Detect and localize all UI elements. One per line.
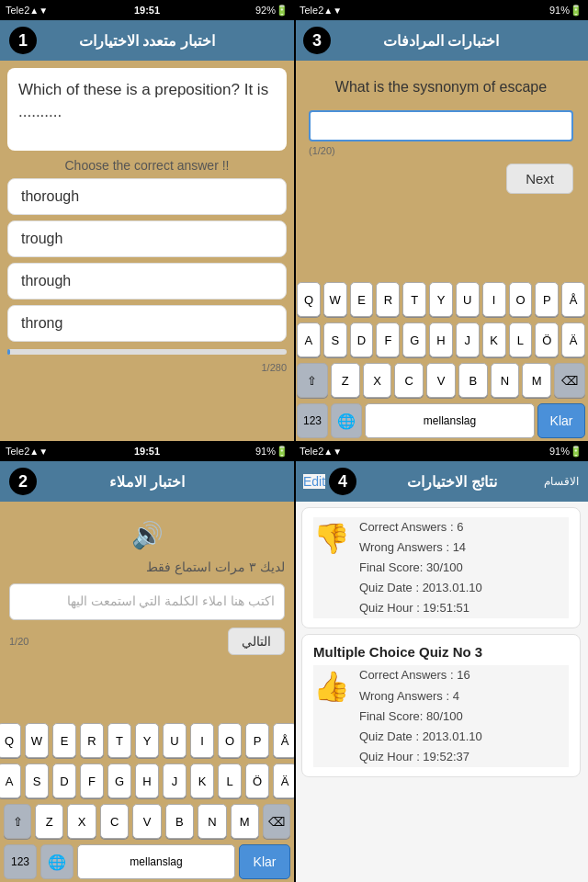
key-q2-A[interactable]: A (0, 763, 21, 798)
key-Z[interactable]: Z (331, 363, 360, 398)
key-K[interactable]: K (482, 322, 506, 357)
title-q4: نتائج الاختيارات (360, 473, 544, 491)
key-q2-J[interactable]: J (163, 763, 187, 798)
key-V[interactable]: V (426, 363, 456, 398)
key-W[interactable]: W (323, 282, 347, 317)
shift-key[interactable]: ⇧ (297, 363, 328, 398)
klar-key-q2[interactable]: Klar (239, 844, 290, 879)
num-key[interactable]: 123 (297, 403, 328, 438)
key-D[interactable]: D (350, 322, 374, 357)
key-q2-F[interactable]: F (80, 763, 104, 798)
key-S[interactable]: S (323, 322, 347, 357)
key-q2-H[interactable]: H (135, 763, 159, 798)
key-q2-Z[interactable]: Z (35, 804, 63, 839)
key-L[interactable]: L (509, 322, 533, 357)
key-q2-U[interactable]: U (163, 723, 187, 758)
quiz-date-1: Quiz Date : 2013.01.10 (359, 578, 569, 598)
globe-key-q2[interactable]: 🌐 (40, 844, 74, 879)
edit-button-q4[interactable]: Edit (303, 474, 325, 489)
key-OE[interactable]: Ö (535, 322, 559, 357)
wrong-answers-2: Wrong Answers : 4 (359, 686, 569, 707)
key-O[interactable]: O (509, 282, 533, 317)
key-q2-OE[interactable]: Ö (245, 763, 269, 798)
num-key-q2[interactable]: 123 (4, 844, 37, 879)
shift-key-q2[interactable]: ⇧ (4, 804, 31, 839)
answer-item-2[interactable]: trough (7, 220, 287, 257)
title-q3: اختبارات المرادفات (331, 32, 551, 50)
answer-item-1[interactable]: thorough (7, 178, 287, 215)
next-button-q3[interactable]: Next (506, 164, 573, 194)
input-box-q2[interactable]: اكتب هنا املاء الكلمة التي استمعت اليها (9, 583, 285, 620)
key-G[interactable]: G (402, 322, 426, 357)
correct-answers-1: Correct Answers : 6 (359, 517, 569, 537)
space-key-q2[interactable]: mellanslag (77, 844, 235, 879)
key-A[interactable]: A (297, 322, 321, 357)
key-E[interactable]: E (350, 282, 374, 317)
status-bar-q3: Tele2 ▲▼ 19:51 91% 🔋 (294, 0, 588, 20)
key-J[interactable]: J (456, 322, 480, 357)
key-q2-I[interactable]: I (190, 723, 214, 758)
backspace-key-q2[interactable]: ⌫ (263, 804, 290, 839)
key-AA[interactable]: Å (561, 282, 585, 317)
carrier-q3: Tele2 (300, 5, 323, 16)
key-q2-Y[interactable]: Y (135, 723, 159, 758)
quadrant-3: Tele2 ▲▼ 19:51 91% 🔋 3 اختبارات المرادفا… (294, 0, 588, 441)
key-q2-G[interactable]: G (107, 763, 131, 798)
key-I[interactable]: I (482, 282, 506, 317)
quadrant-1: Tele2 ▲▼ 19:51 92% 🔋 1 اختبار متعدد الاخ… (0, 0, 294, 441)
key-M[interactable]: M (522, 363, 551, 398)
title-bar-q1: 1 اختبار متعدد الاختيارات (0, 20, 294, 61)
key-q2-M[interactable]: M (231, 804, 259, 839)
key-q2-L[interactable]: L (218, 763, 242, 798)
thumbs-up-icon: 👍 (313, 669, 350, 704)
key-q2-AE[interactable]: Ä (273, 763, 294, 798)
quiz-hour-2: Quiz Hour : 19:52:37 (359, 747, 569, 767)
key-q2-X[interactable]: X (67, 804, 96, 839)
battery-q2: 91% (255, 446, 276, 457)
klar-key[interactable]: Klar (537, 403, 585, 438)
key-q2-T[interactable]: T (107, 723, 131, 758)
key-q2-S[interactable]: S (25, 763, 49, 798)
title-q1: اختبار متعدد الاختيارات (37, 32, 257, 50)
answer-input-q3[interactable] (309, 110, 573, 141)
key-Y[interactable]: Y (429, 282, 453, 317)
key-R[interactable]: R (376, 282, 400, 317)
key-U[interactable]: U (456, 282, 480, 317)
key-F[interactable]: F (376, 322, 400, 357)
key-q2-AA[interactable]: Å (273, 723, 294, 758)
space-key[interactable]: mellanslag (365, 403, 535, 438)
key-q2-B[interactable]: B (165, 804, 194, 839)
key-q2-K[interactable]: K (190, 763, 214, 798)
key-q2-V[interactable]: V (132, 804, 161, 839)
key-q2-W[interactable]: W (25, 723, 49, 758)
next-button-q2[interactable]: التالي (228, 628, 285, 655)
progress-row-q2: 1/20 التالي (9, 628, 285, 655)
key-T[interactable]: T (402, 282, 426, 317)
key-q2-C[interactable]: C (100, 804, 129, 839)
key-P[interactable]: P (535, 282, 559, 317)
divisions-btn-q4[interactable]: الاقسام (544, 475, 579, 488)
key-q2-R[interactable]: R (80, 723, 104, 758)
key-Q[interactable]: Q (297, 282, 321, 317)
key-B[interactable]: B (458, 363, 488, 398)
key-q2-E[interactable]: E (52, 723, 76, 758)
speaker-icon[interactable]: 🔊 (131, 520, 164, 550)
key-q2-N[interactable]: N (198, 804, 226, 839)
answer-item-3[interactable]: through (7, 263, 287, 300)
key-X[interactable]: X (363, 363, 392, 398)
key-C[interactable]: C (394, 363, 424, 398)
globe-key[interactable]: 🌐 (331, 403, 362, 438)
key-q2-Q[interactable]: Q (0, 723, 21, 758)
key-AE[interactable]: Ä (561, 322, 585, 357)
question-text-q1: Which of these is a preposition? It is .… (18, 81, 268, 120)
speaker-area-q2[interactable]: 🔊 (0, 502, 294, 560)
key-q2-O[interactable]: O (218, 723, 242, 758)
key-N[interactable]: N (491, 363, 520, 398)
backspace-key[interactable]: ⌫ (554, 363, 585, 398)
progress-text-q1: 1/280 (0, 362, 287, 373)
answer-item-4[interactable]: throng (7, 305, 287, 342)
key-q2-P[interactable]: P (245, 723, 269, 758)
title-bar-q3: 3 اختبارات المرادفات (294, 20, 588, 61)
key-q2-D[interactable]: D (52, 763, 76, 798)
key-H[interactable]: H (429, 322, 453, 357)
